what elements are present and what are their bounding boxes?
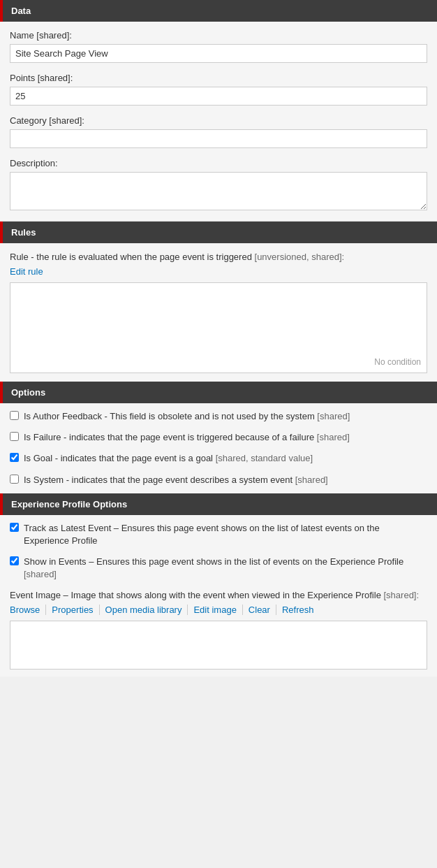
event-image-preview [10, 621, 427, 670]
rule-condition-box: No condition [10, 282, 427, 373]
exp-section-header: Experience Profile Options [0, 493, 437, 515]
data-section-body: Name [shared]: Points [shared]: Category… [0, 22, 437, 222]
exp-section-body: Track as Latest Event – Ensures this pag… [0, 515, 437, 677]
category-input[interactable] [10, 129, 427, 148]
exp-checkbox-label-show-in-events: Show in Events – Ensures this page event… [24, 556, 427, 581]
options-section: Options Is Author Feedback - This field … [0, 382, 437, 493]
checkbox-is-author-feedback[interactable] [10, 411, 19, 420]
experience-profile-options-section: Experience Profile Options Track as Late… [0, 493, 437, 677]
name-input[interactable] [10, 44, 427, 63]
action-link-edit-image[interactable]: Edit image [188, 605, 242, 615]
category-label: Category [shared]: [10, 115, 427, 126]
exp-checkbox-row-show-in-events: Show in Events – Ensures this page event… [10, 556, 427, 581]
description-input[interactable] [10, 172, 427, 210]
rules-section-body: Rule - the rule is evaluated when the pa… [0, 243, 437, 382]
category-field-group: Category [shared]: [10, 115, 427, 148]
rule-description: Rule - the rule is evaluated when the pa… [10, 252, 427, 262]
checkbox-label-is-goal: Is Goal - indicates that the page event … [24, 452, 313, 465]
description-label: Description: [10, 158, 427, 168]
checkbox-track-latest[interactable] [10, 523, 19, 532]
name-label: Name [shared]: [10, 30, 427, 41]
checkbox-label-is-system: Is System - indicates that the page even… [24, 474, 328, 486]
checkbox-label-is-failure: Is Failure - indicates that the page eve… [24, 431, 350, 444]
checkbox-show-in-events[interactable] [10, 556, 19, 565]
checkbox-is-goal[interactable] [10, 453, 19, 462]
option-checkbox-row-is-goal: Is Goal - indicates that the page event … [10, 452, 427, 465]
options-section-body: Is Author Feedback - This field is obsol… [0, 403, 437, 493]
checkbox-is-system[interactable] [10, 475, 19, 484]
action-link-browse[interactable]: Browse [10, 605, 46, 615]
exp-checkbox-label-track-latest: Track as Latest Event – Ensures this pag… [24, 522, 427, 547]
event-image-label: Event Image – Image that shows along wit… [10, 590, 427, 600]
action-link-refresh[interactable]: Refresh [276, 605, 320, 615]
checkbox-label-is-author-feedback: Is Author Feedback - This field is obsol… [24, 410, 350, 423]
points-label: Points [shared]: [10, 73, 427, 83]
action-link-properties[interactable]: Properties [46, 605, 99, 615]
action-link-open-media-library[interactable]: Open media library [100, 605, 188, 615]
rules-section-header: Rules [0, 222, 437, 243]
event-image-action-links: BrowsePropertiesOpen media libraryEdit i… [10, 605, 427, 615]
exp-checkbox-row-track-latest: Track as Latest Event – Ensures this pag… [10, 522, 427, 547]
option-checkbox-row-is-system: Is System - indicates that the page even… [10, 474, 427, 486]
option-checkbox-row-is-author-feedback: Is Author Feedback - This field is obsol… [10, 410, 427, 423]
points-input[interactable] [10, 87, 427, 106]
options-section-header: Options [0, 382, 437, 403]
name-field-group: Name [shared]: [10, 30, 427, 63]
description-field-group: Description: [10, 158, 427, 212]
no-condition-text: No condition [374, 357, 421, 367]
option-checkbox-row-is-failure: Is Failure - indicates that the page eve… [10, 431, 427, 444]
action-link-clear[interactable]: Clear [243, 605, 276, 615]
rules-section: Rules Rule - the rule is evaluated when … [0, 222, 437, 382]
checkbox-is-failure[interactable] [10, 432, 19, 441]
data-section-header: Data [0, 0, 437, 22]
points-field-group: Points [shared]: [10, 73, 427, 106]
edit-rule-link[interactable]: Edit rule [10, 266, 43, 277]
data-section: Data Name [shared]: Points [shared]: Cat… [0, 0, 437, 222]
